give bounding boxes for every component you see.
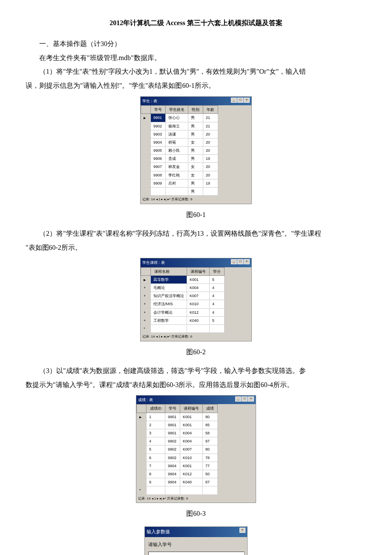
score-table: 成绩ID 学号 课程编号 成绩 19901K00180 29901K00185 … [136,404,218,494]
question-3-line1: （3）以"成绩"表为数据源，创建高级筛选，筛选"学号"字段，输入学号参数实现筛选… [26,365,366,377]
dialog-title: 输入参数值 [147,528,170,536]
maximize-icon: □ [237,98,243,103]
minimize-icon: _ [231,98,237,103]
minimize-icon: _ [231,259,237,264]
figure-60-2: 学生课程 : 表 _ □ × 课程名称 课程编号 学分 高等数学K0015 +毛… [26,258,366,341]
close-icon: × [239,528,245,533]
question-1-line2: 误，则提示信息为"请输入性别!"。"学生"表结果如图60-1所示。 [26,80,366,92]
question-2-line1: （2）将"学生课程"表"课程名称"字段列冻结，行高为13，设置网格线颜色"深青色… [26,228,366,240]
dialog-prompt-label: 请输入学号 [148,541,244,549]
window-title-2: 学生课程 : 表 [142,259,165,266]
figure-60-1-caption: 图60-1 [26,209,366,221]
question-3-line2: 数提示为"请输入学号"。课程"成绩"表结果如图60-3所示。应用筛选后显示如图6… [26,379,366,391]
record-navigator-1: 记录: 14 ◂ 1 ▸ ▸| ▸* 共有记录数: 9 [141,196,251,203]
figure-60-3: 成绩 : 表 _ □ × 成绩ID 学号 课程编号 成绩 19901K00180… [26,395,366,503]
window-title-1: 学生 : 表 [142,98,157,104]
maximize-icon: □ [242,396,248,402]
close-icon: × [244,259,250,264]
course-table: 课程名称 课程编号 学分 高等数学K0015 +毛概论K0044 +知识产权法学… [141,267,225,333]
student-table: 学号 学生姓名 性别 年龄 9901张心心男21 9902杨海立男21 9903… [141,105,218,196]
student-id-input[interactable] [148,552,245,555]
figure-60-2-caption: 图60-2 [26,346,366,358]
record-navigator-3: 记录: 14 ◂ 1 ▸ ▸| ▸* 共有记录数: 9 [136,495,256,503]
maximize-icon: □ [237,259,243,264]
intro-text: 在考生文件夹有"班级管理.mdb"数据库。 [26,52,366,64]
close-icon: × [244,98,250,103]
figure-60-1: 学生 : 表 _ □ × 学号 学生姓名 性别 年龄 9901张心心男21 99… [26,96,366,205]
window-title-3: 成绩 : 表 [138,396,153,403]
section-1-heading: 一、基本操作题（计30分） [26,38,366,50]
figure-60-3-caption: 图60-3 [26,508,366,520]
close-icon: × [248,396,254,402]
document-title: 2012年计算机二级 Access 第三十六套上机模拟试题及答案 [26,17,366,29]
record-navigator-2: 记录: 14 ◂ 1 ▸ ▸| ▸* 共有记录数: 6 [141,333,251,341]
figure-60-4: 输入参数值 × 请输入学号 确定 取消 [26,526,366,555]
question-2-line2: "表如图60-2所示。 [26,242,366,254]
question-1-line1: （1）将"学生"表"性别"字段大小改为1，默认值为"男"，有效性规则为"男"Or… [26,66,366,78]
minimize-icon: _ [235,396,241,402]
